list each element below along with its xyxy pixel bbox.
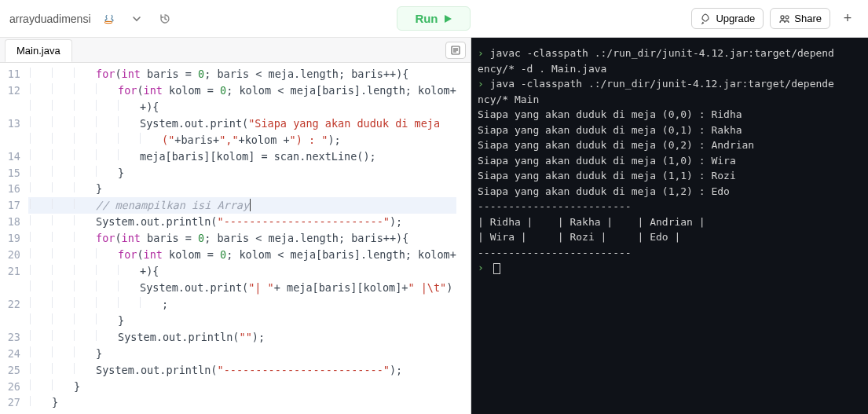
line-number: 11 (5, 66, 20, 82)
console-line: › java -classpath .:/run_dir/junit-4.12.… (478, 76, 862, 92)
code-line[interactable]: System.out.print("Siapa yang akan duduk … (28, 115, 456, 132)
run-button[interactable]: Run (397, 6, 470, 31)
line-number: 19 (5, 230, 20, 247)
line-number: 15 (5, 165, 20, 181)
line-number: 17 (5, 197, 20, 214)
line-number: 12 (5, 82, 20, 99)
line-number: 13 (5, 115, 20, 132)
svg-point-0 (104, 21, 112, 23)
rocket-icon (700, 13, 711, 24)
line-number: 27 (5, 394, 20, 411)
code-line[interactable]: System.out.print("| "+ meja[baris][kolom… (28, 280, 456, 296)
console-line: Siapa yang akan duduk di meja (0,1) : Ra… (478, 123, 862, 138)
code-line[interactable]: } (28, 394, 456, 411)
header-bar: arrayduadimensi Run Upgrade Share + (0, 0, 868, 38)
tab-main-java[interactable]: Main.java (5, 39, 72, 62)
tab-bar: Main.java (0, 38, 471, 63)
code-line[interactable]: for(int kolom = 0; kolom < meja[baris].l… (28, 247, 456, 263)
console-line: ency/* -d . Main.java (478, 61, 862, 77)
people-icon (778, 13, 789, 24)
line-number: 16 (5, 181, 20, 197)
history-icon[interactable] (154, 8, 176, 30)
console-line: Siapa yang akan duduk di meja (0,2) : An… (478, 137, 862, 153)
line-number: 28 (5, 411, 20, 414)
code-line[interactable]: for(int kolom = 0; kolom < meja[baris].l… (28, 82, 456, 99)
svg-point-1 (781, 16, 784, 19)
code-editor[interactable]: 1112 13 1415161718192021 22 232425262728… (0, 63, 471, 414)
workspace: Main.java 1112 13 1415161718192021 22 23… (0, 38, 868, 414)
line-number: 25 (5, 362, 20, 379)
console-line: Siapa yang akan duduk di meja (1,0) : Wi… (478, 153, 862, 169)
line-number: 26 (5, 379, 20, 395)
console-line: ncy/* Main (478, 92, 862, 108)
line-number: 23 (5, 329, 20, 346)
project-name[interactable]: arrayduadimensi (9, 13, 91, 25)
console-line: Siapa yang akan duduk di meja (1,1) : Ro… (478, 168, 862, 184)
code-line[interactable]: } (28, 181, 456, 197)
line-number: 21 (5, 263, 20, 280)
code-line[interactable]: } (28, 379, 456, 395)
run-label: Run (415, 12, 438, 25)
code-line[interactable]: // menampilkan isi Array (28, 197, 456, 214)
code-line[interactable]: for(int baris = 0; baris < meja.length; … (28, 230, 456, 247)
add-button[interactable]: + (837, 8, 859, 30)
console-line: ------------------------- (478, 199, 862, 214)
code-line[interactable]: for(int baris = 0; baris < meja.length; … (28, 66, 456, 82)
upgrade-label: Upgrade (716, 13, 755, 24)
console-line: ------------------------- (478, 245, 862, 261)
console-line: › javac -classpath .:/run_dir/junit-4.12… (478, 46, 862, 61)
share-label: Share (794, 13, 822, 24)
line-number: 24 (5, 346, 20, 362)
chevron-down-icon[interactable] (126, 8, 148, 30)
console-line: › (478, 260, 862, 276)
editor-pane: Main.java 1112 13 1415161718192021 22 23… (0, 38, 471, 414)
code-line[interactable]: } (28, 346, 456, 362)
line-number: 18 (5, 214, 20, 230)
console-line: | Ridha | | Rakha | | Andrian | (478, 214, 862, 230)
code-line[interactable]: System.out.println(""); (28, 329, 456, 346)
code-line[interactable]: +){ (28, 99, 456, 115)
code-line[interactable]: } (28, 165, 456, 181)
code-body[interactable]: for(int baris = 0; baris < meja.length; … (28, 63, 456, 414)
line-number: 14 (5, 148, 20, 165)
upgrade-button[interactable]: Upgrade (691, 8, 764, 29)
code-line[interactable]: ("+baris+","+kolom +") : "); (28, 132, 456, 148)
console-line: | Wira | | Rozi | | Edo | (478, 229, 862, 245)
editor-settings-icon[interactable] (445, 42, 466, 59)
code-line[interactable]: } (28, 313, 456, 329)
language-icon (97, 8, 119, 30)
line-number: 20 (5, 247, 20, 263)
console-line: Siapa yang akan duduk di meja (0,0) : Ri… (478, 107, 862, 123)
code-line[interactable]: System.out.println("--------------------… (28, 362, 456, 379)
share-button[interactable]: Share (770, 8, 830, 29)
line-gutter: 1112 13 1415161718192021 22 232425262728 (0, 63, 28, 414)
console-pane[interactable]: › javac -classpath .:/run_dir/junit-4.12… (471, 38, 868, 414)
line-number: 22 (5, 296, 20, 313)
code-line[interactable]: +){ (28, 263, 456, 280)
play-icon (443, 14, 452, 24)
code-line[interactable]: meja[baris][kolom] = scan.nextLine(); (28, 148, 456, 165)
console-line: Siapa yang akan duduk di meja (1,2) : Ed… (478, 184, 862, 200)
code-line[interactable]: ; (28, 296, 456, 313)
code-line[interactable]: System.out.println("--------------------… (28, 214, 456, 230)
